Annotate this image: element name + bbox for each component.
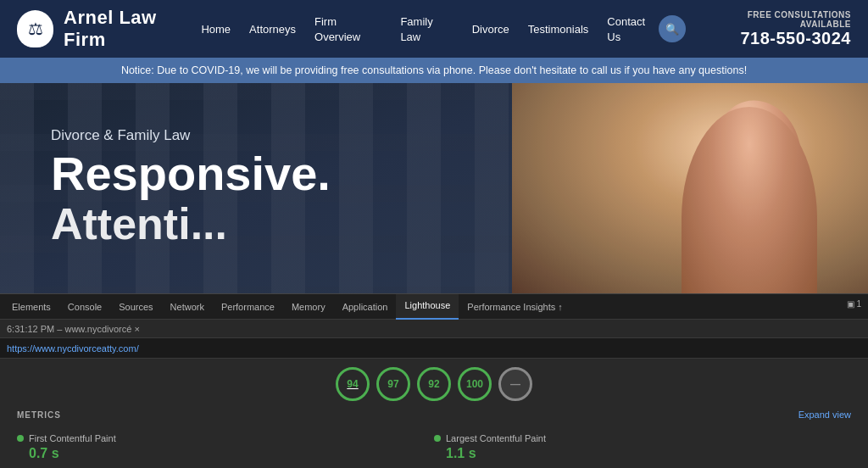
tab-elements[interactable]: Elements: [3, 294, 59, 320]
logo[interactable]: ⚖ Arnel Law Firm: [17, 7, 201, 51]
devtools-status-time: 6:31:12 PM – www.nycdivorcé ×: [7, 324, 140, 334]
expand-view-button[interactable]: Expand view: [798, 410, 851, 420]
metric-fcp: First Contentful Paint 0.7 s: [17, 426, 434, 468]
metric-lcp-name: Largest Contentful Paint: [434, 433, 851, 443]
search-button[interactable]: 🔍: [659, 15, 685, 42]
score-pwa: —: [498, 367, 532, 401]
tab-sources[interactable]: Sources: [110, 294, 161, 320]
nav-family-law[interactable]: Family Law: [400, 15, 432, 43]
lcp-dot: [434, 435, 441, 442]
score-best-practices: 92: [417, 367, 451, 401]
tab-memory[interactable]: Memory: [283, 294, 334, 320]
score-performance: 94: [336, 367, 370, 401]
free-consultations-text: FREE CONSULTATIONS AVAILABLE: [698, 10, 851, 29]
contact-info: FREE CONSULTATIONS AVAILABLE 718-550-302…: [698, 10, 851, 48]
navigation: ⚖ Arnel Law Firm Home Attorneys Firm Ove…: [0, 0, 868, 58]
tab-lighthouse[interactable]: Lighthouse: [396, 294, 459, 320]
tab-console[interactable]: Console: [59, 294, 110, 320]
notice-text: Notice: Due to COVID-19, we will be prov…: [121, 64, 747, 76]
metric-lcp-value: 1.1 s: [446, 446, 851, 461]
hero-title: Responsive.: [51, 149, 331, 199]
nav-testimonials[interactable]: Testimonials: [528, 23, 589, 36]
metrics-section: METRICS Expand view First Contentful Pai…: [17, 410, 851, 468]
hero-photo-inner: [512, 83, 868, 293]
search-icon: 🔍: [665, 23, 679, 36]
nav-right: 🔍 FREE CONSULTATIONS AVAILABLE 718-550-3…: [659, 10, 851, 48]
hero-title2: Attenti...: [51, 198, 331, 249]
metrics-header: METRICS Expand view: [17, 410, 851, 420]
devtools-panel: Elements Console Sources Network Perform…: [0, 293, 868, 468]
nav-attorneys[interactable]: Attorneys: [249, 23, 296, 36]
metric-fcp-value: 0.7 s: [29, 446, 434, 461]
logo-icon: ⚖: [17, 10, 53, 47]
nav-links: Home Attorneys Firm Overview Family Law …: [201, 14, 659, 44]
notice-banner: Notice: Due to COVID-19, we will be prov…: [0, 58, 868, 83]
hero-photo: [512, 83, 868, 293]
tab-performance-insights[interactable]: Performance Insights ↑: [459, 294, 571, 320]
devtools-url[interactable]: https://www.nycdivorceatty.com/: [7, 343, 139, 354]
devtools-url-bar: https://www.nycdivorceatty.com/: [0, 338, 868, 359]
lighthouse-panel: 94 97 92 100 — METRICS Expand view First: [0, 359, 868, 468]
devtools-tabs-wrapper: Elements Console Sources Network Perform…: [0, 294, 868, 320]
score-accessibility: 97: [376, 367, 410, 401]
lighthouse-scores: 94 97 92 100 —: [0, 367, 868, 401]
tab-application[interactable]: Application: [334, 294, 397, 320]
nav-divorce[interactable]: Divorce: [472, 23, 509, 36]
logo-text: Arnel Law Firm: [64, 7, 201, 51]
tab-network[interactable]: Network: [162, 294, 213, 320]
nav-firm-overview[interactable]: Firm Overview: [314, 15, 360, 43]
tab-performance[interactable]: Performance: [213, 294, 283, 320]
nav-home[interactable]: Home: [201, 23, 231, 36]
metrics-grid: First Contentful Paint 0.7 s Largest Con…: [17, 426, 851, 468]
metric-lcp: Largest Contentful Paint 1.1 s: [434, 426, 851, 468]
phone-number: 718-550-3024: [698, 29, 851, 48]
metric-fcp-name: First Contentful Paint: [17, 433, 434, 443]
fcp-dot: [17, 435, 24, 442]
score-seo: 100: [458, 367, 492, 401]
lighthouse-body: METRICS Expand view First Contentful Pai…: [0, 410, 868, 468]
devtools-status-indicator: ▣ 1: [847, 299, 861, 309]
devtools-status-bar: 6:31:12 PM – www.nycdivorcé ×: [0, 320, 868, 338]
devtools-tabs: Elements Console Sources Network Perform…: [0, 294, 868, 320]
hero-content: Divorce & Family Law Responsive. Attenti…: [0, 102, 381, 276]
nav-contact[interactable]: Contact Us: [607, 15, 645, 43]
metrics-label: METRICS: [17, 410, 61, 420]
hero-subtitle: Divorce & Family Law: [51, 127, 331, 144]
hero-section: Divorce & Family Law Responsive. Attenti…: [0, 83, 868, 293]
